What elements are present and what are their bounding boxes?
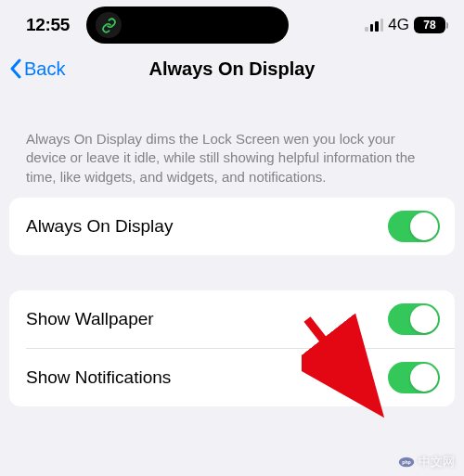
status-time: 12:55	[26, 15, 70, 35]
back-button[interactable]: Back	[9, 58, 65, 80]
row-label: Show Notifications	[26, 367, 171, 388]
status-bar: 12:55 4G 78	[0, 0, 464, 46]
battery-icon: 78	[414, 17, 445, 33]
watermark-text: 中文网	[419, 454, 455, 470]
nav-header: Back Always On Display	[0, 46, 464, 91]
toggle-knob	[410, 212, 438, 240]
page-title: Always On Display	[149, 58, 316, 80]
row-show-wallpaper[interactable]: Show Wallpaper	[9, 290, 455, 348]
settings-group-options: Show Wallpaper Show Notifications	[9, 290, 455, 406]
php-logo-icon: php	[398, 454, 415, 470]
svg-text:php: php	[402, 459, 411, 465]
row-label: Always On Display	[26, 216, 173, 237]
dynamic-island[interactable]	[86, 6, 289, 44]
toggle-show-wallpaper[interactable]	[388, 303, 440, 335]
watermark: php 中文网	[398, 454, 455, 470]
content: Always On Display dims the Lock Screen w…	[0, 91, 464, 406]
toggle-knob	[410, 364, 438, 392]
status-right: 4G 78	[365, 16, 445, 34]
toggle-knob	[410, 305, 438, 333]
toggle-always-on-display[interactable]	[388, 211, 440, 242]
row-label: Show Wallpaper	[26, 309, 154, 329]
row-show-notifications[interactable]: Show Notifications	[9, 349, 455, 406]
signal-bars-icon	[365, 19, 383, 32]
battery-level: 78	[423, 19, 435, 32]
chevron-left-icon	[9, 58, 22, 79]
toggle-show-notifications[interactable]	[388, 362, 440, 393]
row-always-on-display[interactable]: Always On Display	[9, 198, 455, 255]
link-icon	[96, 12, 122, 38]
network-label: 4G	[388, 16, 409, 34]
description-text: Always On Display dims the Lock Screen w…	[9, 91, 455, 198]
back-label: Back	[24, 58, 65, 80]
settings-group-main: Always On Display	[9, 198, 455, 255]
